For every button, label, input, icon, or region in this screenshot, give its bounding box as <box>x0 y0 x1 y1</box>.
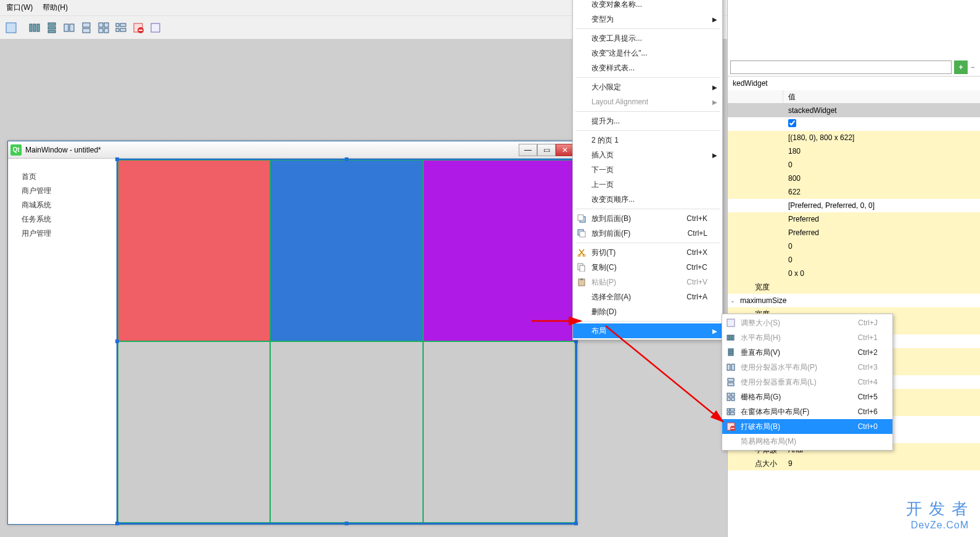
ctx-item-27[interactable]: 布局▶ <box>573 323 722 338</box>
sidebar-item-merchant[interactable]: 商户管理 <box>8 184 116 198</box>
svg-rect-43 <box>728 383 734 386</box>
window-titlebar[interactable]: Qt MainWindow - untitled* — ▭ ✕ <box>8 141 577 159</box>
prop-row-6[interactable]: 622 <box>728 185 980 199</box>
prop-row-3[interactable]: 180 <box>728 144 980 158</box>
grid-cell-2[interactable] <box>270 160 422 341</box>
ctx-item-14[interactable]: 下一页 <box>573 162 722 177</box>
hlayout-icon[interactable] <box>27 20 42 35</box>
ctx-item-12[interactable]: 2 的页 1 <box>573 133 722 148</box>
submenu-item-6[interactable]: 在窗体布局中布局(F)Ctrl+6 <box>722 404 892 419</box>
submenu-item-5[interactable]: 栅格布局(G)Ctrl+5 <box>722 389 892 404</box>
property-filter-input[interactable] <box>730 60 952 74</box>
menu-help[interactable]: 帮助(H) <box>43 2 68 13</box>
sidebar-item-user[interactable]: 用户管理 <box>8 227 116 241</box>
window-maximize-button[interactable]: ▭ <box>537 144 556 156</box>
svg-rect-26 <box>580 231 585 237</box>
submenu-item-7[interactable]: 打破布局(B)Ctrl+0 <box>722 419 892 434</box>
submenu-item-2[interactable]: 垂直布局(V)Ctrl+2 <box>722 345 892 360</box>
svg-rect-49 <box>730 409 735 411</box>
toolbar-icon-1[interactable] <box>4 20 19 35</box>
ctx-item-19[interactable]: 放到前面(F)Ctrl+L <box>573 226 722 241</box>
size-icon <box>726 318 736 328</box>
window-close-button[interactable]: ✕ <box>556 144 574 156</box>
sidebar-item-mall[interactable]: 商城系统 <box>8 198 116 212</box>
svg-rect-10 <box>83 28 90 33</box>
bring-front-icon <box>577 228 587 238</box>
hsplit-icon <box>726 362 736 372</box>
svg-rect-22 <box>151 23 160 32</box>
prop-row-8[interactable]: Preferred <box>728 212 980 226</box>
prop-row-4[interactable]: 0 <box>728 158 980 172</box>
ctx-item-0[interactable]: 改变对象名称... <box>573 0 722 12</box>
hsplit-icon[interactable] <box>62 20 76 35</box>
ctx-item-10[interactable]: 提升为... <box>573 114 722 128</box>
ctx-item-1[interactable]: 变型为▶ <box>573 12 722 27</box>
ctx-item-18[interactable]: 放到后面(B)Ctrl+K <box>573 211 722 226</box>
ctx-item-24[interactable]: 选择全部(A)Ctrl+A <box>573 289 722 304</box>
grid-cell-6[interactable] <box>423 341 575 523</box>
sidebar-item-home[interactable]: 首页 <box>8 170 116 184</box>
grid-cell-4[interactable] <box>118 341 270 523</box>
prop-row-1[interactable] <box>728 117 980 131</box>
designer-window: Qt MainWindow - untitled* — ▭ ✕ 首页 商户管理 … <box>7 141 577 525</box>
ctx-item-21[interactable]: 剪切(T)Ctrl+X <box>573 245 722 260</box>
ctx-item-8: Layout Alignment▶ <box>573 94 722 109</box>
prop-row-5[interactable]: 800 <box>728 172 980 185</box>
svg-rect-0 <box>6 23 16 33</box>
svg-rect-4 <box>48 23 56 25</box>
ctx-item-3[interactable]: 改变工具提示... <box>573 31 722 46</box>
ctx-item-4[interactable]: 改变"这是什么"... <box>573 46 722 60</box>
ctx-item-22[interactable]: 复制(C)Ctrl+C <box>573 260 722 275</box>
grid-icon[interactable] <box>96 20 111 35</box>
svg-rect-8 <box>70 24 74 31</box>
prop-row-12[interactable]: 0 x 0 <box>728 267 980 280</box>
stacked-widget[interactable] <box>117 159 577 524</box>
grid-icon <box>726 392 736 402</box>
sidebar: 首页 商户管理 商城系统 任务系统 用户管理 <box>8 159 117 524</box>
ctx-item-15[interactable]: 上一页 <box>573 177 722 192</box>
ctx-item-16[interactable]: 改变页顺序... <box>573 192 722 207</box>
grid-cell-1[interactable] <box>118 160 270 341</box>
svg-rect-6 <box>48 30 56 33</box>
paste-icon <box>577 277 587 287</box>
prop-lower-13[interactable]: 点大小9 <box>728 457 980 470</box>
chevron-right-icon: ▶ <box>712 16 717 23</box>
vlayout-icon[interactable] <box>44 20 59 35</box>
ctx-item-25[interactable]: 删除(D) <box>573 304 722 319</box>
expand-icon[interactable]: ⌄ <box>730 298 735 304</box>
svg-rect-16 <box>120 23 126 27</box>
ctx-item-13[interactable]: 插入页▶ <box>573 148 722 162</box>
adjust-size-icon[interactable] <box>148 20 163 35</box>
grid-cell-3[interactable] <box>423 160 575 341</box>
prop-row-11[interactable]: 0 <box>728 253 980 267</box>
prop-row-9[interactable]: Preferred <box>728 226 980 239</box>
property-filter-row: + − <box>728 58 980 77</box>
prop-lower-0[interactable]: 宽度 <box>728 280 980 294</box>
property-header-value: 值 <box>783 90 801 103</box>
svg-rect-39 <box>728 354 733 356</box>
ctx-item-7[interactable]: 大小限定▶ <box>573 80 722 94</box>
window-minimize-button[interactable]: — <box>519 144 537 156</box>
prop-row-7[interactable]: [Preferred, Preferred, 0, 0] <box>728 199 980 212</box>
break-layout-icon[interactable] <box>131 20 146 35</box>
add-property-button[interactable]: + <box>954 60 968 74</box>
menu-window[interactable]: 窗口(W) <box>6 2 33 13</box>
prop-row-2[interactable]: [(180, 0), 800 x 622] <box>728 131 980 144</box>
prop-lower-1[interactable]: ⌄maximumSize <box>728 294 980 307</box>
prop-checkbox[interactable] <box>788 119 796 127</box>
form-icon[interactable] <box>113 20 128 35</box>
submenu-item-8: 简易网格布局(M) <box>722 434 892 449</box>
svg-rect-45 <box>731 393 735 396</box>
sidebar-item-task[interactable]: 任务系统 <box>8 212 116 227</box>
ctx-item-5[interactable]: 改变样式表... <box>573 60 722 75</box>
property-minus-button[interactable]: − <box>968 63 978 72</box>
prop-row-0[interactable]: stackedWidget <box>728 104 980 117</box>
submenu-item-0: 调整大小(S)Ctrl+J <box>722 315 892 330</box>
vsplit-icon[interactable] <box>79 20 94 35</box>
svg-rect-9 <box>83 23 90 27</box>
svg-rect-18 <box>120 28 126 31</box>
prop-row-10[interactable]: 0 <box>728 239 980 253</box>
svg-rect-15 <box>116 23 119 27</box>
form-icon <box>726 407 736 417</box>
grid-cell-5[interactable] <box>270 341 422 523</box>
